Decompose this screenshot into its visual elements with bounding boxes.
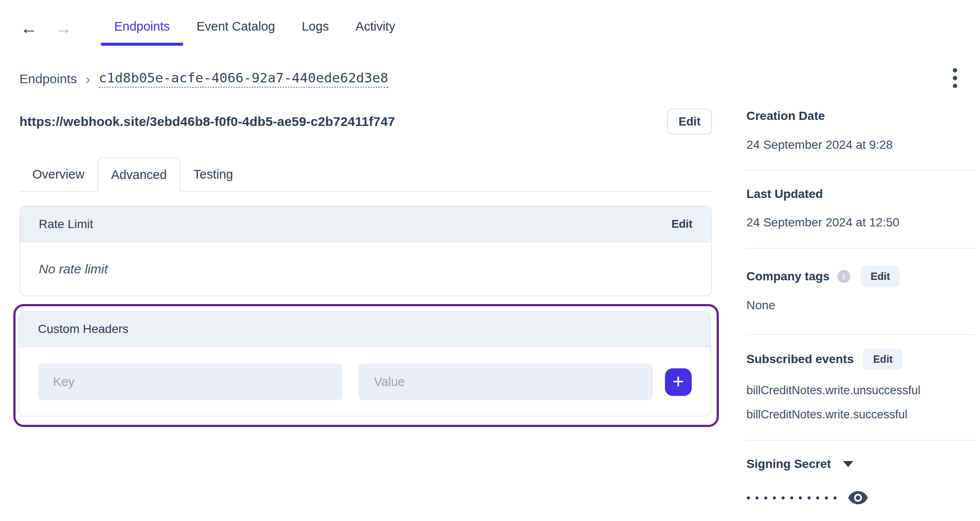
subscribed-events-row: Subscribed events Edit xyxy=(746,348,902,370)
tab-testing[interactable]: Testing xyxy=(181,157,246,191)
endpoint-url-row: https://webhook.site/3ebd46b8-f0f0-4db5-… xyxy=(19,108,712,135)
custom-headers-body: + xyxy=(19,347,710,417)
top-nav-tabs: Endpoints Event Catalog Logs Activity xyxy=(101,10,409,46)
nav-tab-endpoints[interactable]: Endpoints xyxy=(101,10,183,46)
company-tags-row: Company tags i Edit xyxy=(746,266,900,287)
custom-headers-card: Custom Headers + xyxy=(19,311,711,417)
last-updated-value: 24 September 2024 at 12:50 xyxy=(746,216,899,229)
sidebar-divider xyxy=(746,170,975,171)
company-tags-value: None xyxy=(746,298,775,312)
signing-secret-row[interactable]: Signing Secret xyxy=(746,457,853,471)
edit-url-button[interactable]: Edit xyxy=(667,109,712,135)
edit-subscribed-events-button[interactable]: Edit xyxy=(863,348,902,370)
endpoint-detail-page: ← → Endpoints Event Catalog Logs Activit… xyxy=(0,0,980,521)
chevron-down-icon[interactable] xyxy=(843,461,853,467)
rate-limit-card: Rate Limit Edit No rate limit xyxy=(19,206,712,296)
forward-arrow-icon[interactable]: → xyxy=(54,17,73,39)
top-navigation: ← → Endpoints Event Catalog Logs Activit… xyxy=(19,10,409,46)
detail-tabs: Overview Advanced Testing xyxy=(19,157,712,192)
company-tags-label: Company tags xyxy=(746,270,830,283)
creation-date-label: Creation Date xyxy=(746,109,825,123)
breadcrumb: Endpoints › c1d8b05e-acfe-4066-92a7-440e… xyxy=(19,68,388,90)
endpoint-meta-sidebar: Creation Date 24 September 2024 at 9:28 … xyxy=(746,0,975,521)
header-value-input[interactable] xyxy=(359,364,652,400)
tab-advanced[interactable]: Advanced xyxy=(97,157,181,192)
edit-company-tags-button[interactable]: Edit xyxy=(861,266,900,287)
nav-tab-activity[interactable]: Activity xyxy=(342,10,409,46)
rate-limit-body: No rate limit xyxy=(20,242,711,295)
subscribed-events-label: Subscribed events xyxy=(746,352,854,366)
creation-date-value: 24 September 2024 at 9:28 xyxy=(746,138,893,152)
nav-tab-event-catalog[interactable]: Event Catalog xyxy=(183,10,288,46)
rate-limit-title: Rate Limit xyxy=(39,217,93,231)
tab-overview[interactable]: Overview xyxy=(19,157,97,191)
no-rate-limit-text: No rate limit xyxy=(39,262,108,276)
nav-tab-logs[interactable]: Logs xyxy=(288,10,342,46)
subscribed-event-item: billCreditNotes.write.successful xyxy=(746,408,908,421)
last-updated-label: Last Updated xyxy=(746,187,823,201)
signing-secret-value-row: ••••••••••• xyxy=(746,490,868,505)
sidebar-divider xyxy=(746,440,975,441)
eye-icon[interactable] xyxy=(848,490,868,505)
add-header-button[interactable]: + xyxy=(665,368,692,396)
breadcrumb-endpoints-link[interactable]: Endpoints xyxy=(19,72,77,86)
subscribed-event-item: billCreditNotes.write.unsuccessful xyxy=(746,384,921,397)
custom-headers-title: Custom Headers xyxy=(38,322,128,336)
info-icon[interactable]: i xyxy=(837,270,850,283)
signing-secret-label: Signing Secret xyxy=(746,457,831,471)
breadcrumb-endpoint-id[interactable]: c1d8b05e-acfe-4066-92a7-440ede62d3e8 xyxy=(99,70,388,88)
header-key-input[interactable] xyxy=(38,364,342,400)
rate-limit-header: Rate Limit Edit xyxy=(20,207,711,242)
back-arrow-icon[interactable]: ← xyxy=(19,17,38,39)
edit-rate-limit-button[interactable]: Edit xyxy=(671,217,693,231)
plus-icon: + xyxy=(672,371,684,391)
custom-headers-highlight-ring: Custom Headers + xyxy=(13,304,719,427)
chevron-right-icon: › xyxy=(85,71,90,87)
masked-secret-value: ••••••••••• xyxy=(746,492,842,503)
endpoint-url: https://webhook.site/3ebd46b8-f0f0-4db5-… xyxy=(19,114,395,129)
sidebar-divider xyxy=(746,248,975,249)
custom-headers-header: Custom Headers xyxy=(19,312,710,347)
sidebar-divider xyxy=(746,334,975,335)
